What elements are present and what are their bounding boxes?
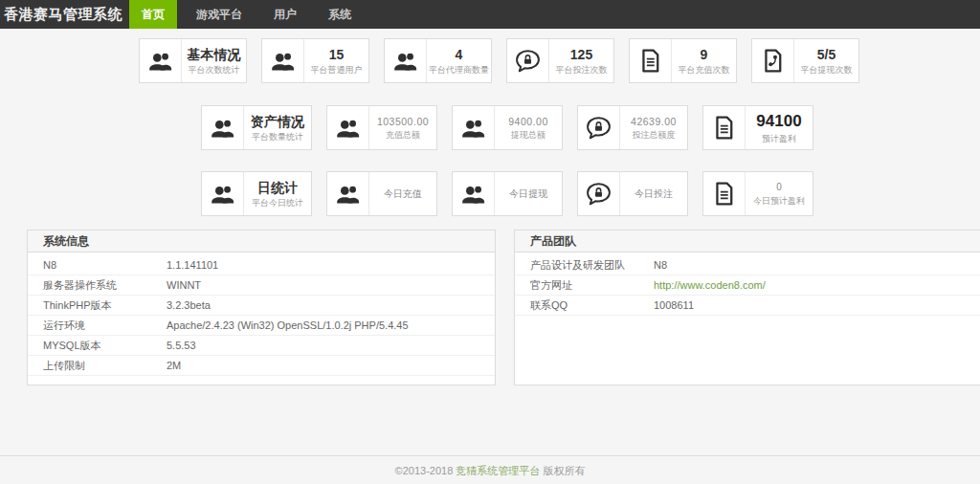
product-team-title: 产品团队 <box>515 231 980 253</box>
nav-item-game-platform[interactable]: 游戏平台 <box>184 0 255 29</box>
info-value: 1008611 <box>654 299 694 311</box>
stat-subtitle: 平台代理商数量 <box>429 65 489 75</box>
stat-card-recharge-count: 9 平台充值次数 <box>629 38 737 83</box>
stat-title: 日统计 <box>257 180 298 195</box>
stat-subtitle: 预计盈利 <box>762 134 796 143</box>
product-team-panel: 产品团队 产品设计及研发团队 N8 官方网址 http://www.coden8… <box>514 230 980 385</box>
stat-card-withdraw-total: 9400.00 提现总额 <box>452 105 563 150</box>
stat-value: 103500.00 <box>377 116 429 127</box>
stat-label: 今日投注 <box>635 188 673 200</box>
stat-card-normal-users: 15 平台普通用户 <box>261 38 369 83</box>
stat-label: 今日提现 <box>509 188 547 200</box>
file-lines-icon <box>630 39 672 82</box>
stat-title: 资产情况 <box>251 114 304 129</box>
stat-subtitle: 提现总额 <box>511 130 546 140</box>
info-label: 产品设计及研发团队 <box>515 258 654 273</box>
file-lines-icon <box>703 106 746 149</box>
comment-lock-icon <box>507 39 549 82</box>
users-icon <box>262 39 304 82</box>
nav-item-home[interactable]: 首页 <box>129 0 177 29</box>
footer-brand-link[interactable]: 竞猜系统管理平台 <box>456 465 540 476</box>
stat-subtitle: 平台充值次数 <box>679 65 730 75</box>
stat-card-daily: 日统计 平台今日统计 <box>201 171 312 216</box>
stat-value: 94100 <box>756 112 801 131</box>
nav-item-users[interactable]: 用户 <box>261 0 309 29</box>
users-icon <box>327 106 369 149</box>
info-value: 3.2.3beta <box>167 299 211 311</box>
info-row-mysql: MYSQL版本 5.5.53 <box>28 336 495 356</box>
stat-subtitle: 平台数量统计 <box>252 132 303 142</box>
stats-row-basic: 基本情况 平台次数统计 15 平台普通用户 4 平台代理商数量 125 平台投注… <box>139 38 980 83</box>
stat-subtitle: 投注总额度 <box>633 130 676 140</box>
stat-subtitle: 今日预计盈利 <box>753 196 805 206</box>
info-row-server-os: 服务器操作系统 WINNT <box>28 275 495 296</box>
users-icon <box>453 106 495 149</box>
info-row-upload-limit: 上传限制 2M <box>28 356 495 376</box>
stat-card-bet-count: 125 平台投注次数 <box>506 38 614 83</box>
stat-value: 125 <box>570 47 592 62</box>
info-label: N8 <box>28 259 167 271</box>
page-footer: ©2013-2018 竞猜系统管理平台 版权所有 <box>0 455 980 478</box>
stat-title: 基本情况 <box>188 47 241 62</box>
info-row-environment: 运行环境 Apache/2.4.23 (Win32) OpenSSL/1.0.2… <box>28 316 495 336</box>
stat-value: 9400.00 <box>508 116 547 127</box>
info-label: MYSQL版本 <box>28 339 167 353</box>
users-icon <box>453 172 495 215</box>
file-lines-icon <box>703 172 746 215</box>
info-label: 上传限制 <box>28 359 167 373</box>
stat-card-recharge-total: 103500.00 充值总额 <box>326 105 437 150</box>
stat-subtitle: 平台提现次数 <box>801 65 853 75</box>
stats-row-assets: 资产情况 平台数量统计 103500.00 充值总额 9400.00 提现总额 … <box>201 105 980 150</box>
stat-card-today-withdraw: 今日提现 <box>452 171 563 216</box>
stat-value: 5/5 <box>817 47 835 62</box>
info-row-team: 产品设计及研发团队 N8 <box>515 255 980 275</box>
users-icon <box>385 39 427 82</box>
info-row-thinkphp: ThinkPHP版本 3.2.3beta <box>28 296 495 316</box>
stat-value: 4 <box>456 47 463 62</box>
info-row-n8: N8 1.1.141101 <box>28 255 495 275</box>
info-value: 5.5.53 <box>167 340 196 351</box>
info-row-qq: 联系QQ 1008611 <box>515 296 980 316</box>
stat-subtitle: 平台次数统计 <box>189 65 240 75</box>
info-label: ThinkPHP版本 <box>28 298 167 313</box>
info-value: Apache/2.4.23 (Win32) OpenSSL/1.0.2j PHP… <box>167 319 409 331</box>
stat-card-today-recharge: 今日充值 <box>326 171 437 216</box>
stat-label: 今日充值 <box>384 188 422 200</box>
stat-card-bet-total: 42639.00 投注总额度 <box>577 105 688 150</box>
info-label: 服务器操作系统 <box>28 278 167 293</box>
stat-subtitle: 平台普通用户 <box>311 65 363 75</box>
stat-value: 42639.00 <box>631 116 677 127</box>
copyright-suffix: 版权所有 <box>543 465 585 476</box>
users-icon <box>327 172 369 215</box>
app-logo: 香港赛马管理系统 <box>0 0 129 29</box>
system-info-panel: 系统信息 N8 1.1.141101 服务器操作系统 WINNT ThinkPH… <box>27 230 496 385</box>
stat-value: 15 <box>329 47 345 62</box>
info-panels: 系统信息 N8 1.1.141101 服务器操作系统 WINNT ThinkPH… <box>27 230 980 385</box>
stat-card-agents: 4 平台代理商数量 <box>384 38 492 83</box>
info-label: 官方网址 <box>515 278 654 293</box>
stat-subtitle: 平台投注次数 <box>556 65 608 75</box>
stats-row-daily: 日统计 平台今日统计 今日充值 今日提现 今日投注 0 今日预计盈利 <box>201 171 980 216</box>
users-icon <box>140 39 182 82</box>
info-value: 2M <box>167 360 181 371</box>
file-link-icon <box>752 39 794 82</box>
stat-value: 9 <box>701 47 708 62</box>
stat-card-expected-profit: 94100 预计盈利 <box>702 105 813 150</box>
comment-lock-icon <box>578 106 620 149</box>
system-info-title: 系统信息 <box>28 231 495 253</box>
nav-item-system[interactable]: 系统 <box>316 0 364 29</box>
stat-card-today-profit: 0 今日预计盈利 <box>702 171 813 216</box>
users-icon <box>202 106 244 149</box>
stat-card-assets: 资产情况 平台数量统计 <box>201 105 312 150</box>
info-label: 运行环境 <box>28 319 167 333</box>
info-label: 联系QQ <box>515 298 654 313</box>
stat-card-today-bet: 今日投注 <box>577 171 688 216</box>
info-value: WINNT <box>167 279 201 291</box>
info-value: 1.1.141101 <box>167 259 218 271</box>
website-link[interactable]: http://www.coden8.com/ <box>654 279 766 291</box>
stat-value: 0 <box>776 182 782 193</box>
copyright-text: ©2013-2018 <box>395 465 454 476</box>
stat-card-withdraw-count: 5/5 平台提现次数 <box>751 38 859 83</box>
info-row-website: 官方网址 http://www.coden8.com/ <box>515 275 980 296</box>
stat-card-basic-info: 基本情况 平台次数统计 <box>139 38 247 83</box>
